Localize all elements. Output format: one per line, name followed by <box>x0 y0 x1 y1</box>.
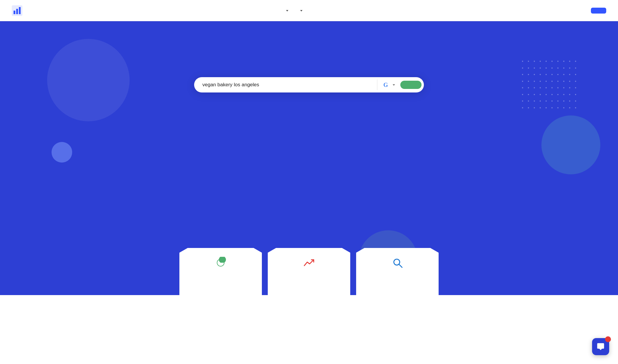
nav-link-features[interactable] <box>299 10 303 11</box>
google-icon: G <box>383 82 388 88</box>
svg-line-6 <box>399 264 402 267</box>
deco-circle-large <box>47 39 130 121</box>
hero-section: // Generate dots inline const dotGrid = … <box>0 21 618 221</box>
search-magnify-icon <box>391 257 403 271</box>
search-bar: G <box>194 77 424 92</box>
chevron-down-icon <box>286 10 288 11</box>
chevron-down-icon <box>300 10 303 11</box>
navbar-right <box>583 8 606 14</box>
navbar <box>0 0 618 21</box>
deco-circle-right <box>541 115 600 174</box>
nav-links <box>285 10 324 11</box>
logo-icon <box>12 5 22 16</box>
svg-rect-1 <box>14 11 15 14</box>
deco-circle-small <box>52 142 72 163</box>
svg-rect-2 <box>16 9 18 14</box>
card-3 <box>356 248 439 295</box>
svg-rect-3 <box>19 7 21 14</box>
nav-item-why[interactable] <box>285 10 288 11</box>
nav-item-features[interactable] <box>299 10 303 11</box>
card-1 <box>179 248 262 295</box>
dot-grid: // Generate dots inline const dotGrid = … <box>521 59 580 112</box>
analyze-button[interactable] <box>400 81 422 89</box>
search-divider <box>377 80 377 90</box>
cards-row <box>6 248 612 295</box>
nav-link-why[interactable] <box>285 10 288 11</box>
pie-chart-icon <box>215 257 227 271</box>
help-section <box>0 221 618 295</box>
trending-up-icon <box>303 257 315 271</box>
search-input[interactable] <box>202 82 374 88</box>
logo[interactable] <box>12 5 26 16</box>
card-2 <box>268 248 350 295</box>
engine-chevron-icon <box>393 84 395 86</box>
projects-button[interactable] <box>591 8 606 14</box>
engine-selector[interactable]: G <box>381 82 397 88</box>
